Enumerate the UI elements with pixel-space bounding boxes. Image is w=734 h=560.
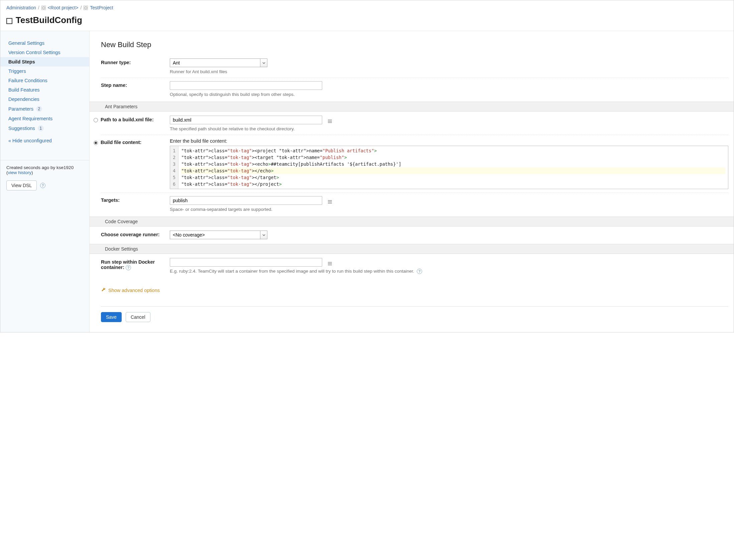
section-docker-settings: Docker Settings [90,244,734,254]
radio-path-to-buildxml[interactable] [94,118,98,122]
step-name-input[interactable] [170,81,322,90]
svg-rect-7 [86,8,88,10]
targets-hint: Space- or comma-separated targets are su… [170,207,728,212]
badge-count: 1 [38,125,44,131]
path-to-buildxml-hint: The specified path should be relative to… [170,126,728,131]
badge-count: 2 [36,106,42,112]
help-icon[interactable]: ? [40,183,45,188]
svg-rect-0 [41,6,43,7]
breadcrumb-test-project[interactable]: TestProject [90,5,113,10]
sidebar-item-parameters[interactable]: Parameters2 [0,104,89,114]
targets-label: Targets: [101,196,165,203]
svg-rect-14 [328,262,332,263]
view-history-link[interactable]: view history [8,170,32,175]
docker-container-hint: E.g. ruby:2.4. TeamCity will start a con… [170,269,728,274]
runner-type-select[interactable] [170,58,260,67]
wrench-icon [101,287,106,293]
build-file-content-intro: Enter the build file content: [170,138,728,144]
created-info: Created seconds ago by kse1920 (view his… [0,165,89,175]
breadcrumb-administration[interactable]: Administration [6,5,36,10]
sidebar-item-suggestions[interactable]: Suggestions1 [0,123,89,133]
sidebar-item-build-steps[interactable]: Build Steps [0,57,89,66]
list-icon[interactable] [328,261,332,266]
collapse-icon[interactable] [6,18,12,24]
radio-build-file-content[interactable] [94,141,98,145]
sidebar-item-dependencies[interactable]: Dependencies [0,95,89,104]
path-to-buildxml-input[interactable] [170,116,322,124]
project-icon [84,6,88,10]
svg-rect-10 [328,122,332,123]
svg-rect-5 [86,6,88,7]
svg-rect-6 [84,8,85,10]
view-dsl-button[interactable]: View DSL [6,180,37,190]
step-name-hint: Optional, specify to distinguish this bu… [170,92,728,97]
help-icon[interactable]: ? [417,269,422,274]
targets-input[interactable] [170,196,322,205]
sidebar-item-general-settings[interactable]: General Settings [0,38,89,48]
svg-rect-11 [328,200,332,201]
section-code-coverage: Code Coverage [90,217,734,227]
svg-rect-2 [41,8,43,10]
svg-rect-15 [328,263,332,264]
coverage-runner-select[interactable] [170,231,260,239]
save-button[interactable]: Save [101,312,122,322]
svg-rect-12 [328,201,332,202]
dropdown-toggle-icon[interactable] [260,231,267,239]
runner-type-hint: Runner for Ant build.xml files [170,69,728,74]
list-icon[interactable] [328,119,332,124]
section-ant-parameters: Ant Parameters [90,102,734,112]
dropdown-toggle-icon[interactable] [260,58,267,67]
build-file-content-editor[interactable]: 1 2 3 4 5 6 "tok-attr">class="tok-tag"><… [170,146,728,189]
breadcrumb-root-project[interactable]: <Root project> [48,5,79,10]
svg-rect-3 [44,8,46,10]
svg-rect-16 [328,265,332,265]
sidebar: General Settings Version Control Setting… [0,31,90,332]
cancel-button[interactable]: Cancel [126,312,150,322]
step-name-label: Step name: [101,81,165,88]
help-icon[interactable]: ? [126,265,131,270]
svg-rect-4 [84,6,85,7]
build-file-content-label: Build file content: [101,140,141,145]
project-icon [41,6,46,10]
svg-rect-9 [328,121,332,122]
form-heading: New Build Step [101,40,728,49]
svg-rect-8 [328,120,332,120]
sidebar-item-triggers[interactable]: Triggers [0,66,89,76]
sidebar-item-failure-conditions[interactable]: Failure Conditions [0,76,89,85]
sidebar-item-build-features[interactable]: Build Features [0,85,89,95]
main-content: New Build Step Runner type: Runner for A… [90,31,734,332]
sidebar-item-vcs-settings[interactable]: Version Control Settings [0,48,89,57]
list-icon[interactable] [328,199,332,204]
coverage-runner-label: Choose coverage runner: [101,231,165,237]
svg-rect-13 [328,203,332,203]
code-gutter: 1 2 3 4 5 6 [170,146,178,189]
hide-unconfigured-link[interactable]: « Hide unconfigured [0,133,89,143]
svg-rect-1 [44,6,46,7]
page-title: TestBuildConfig [6,15,728,25]
docker-container-input[interactable] [170,258,322,267]
show-advanced-options-link[interactable]: Show advanced options [101,287,728,293]
path-to-buildxml-label: Path to a build.xml file: [101,117,154,122]
breadcrumb: Administration / <Root project> / TestPr… [6,5,728,10]
runner-type-label: Runner type: [101,58,165,65]
sidebar-item-agent-requirements[interactable]: Agent Requirements [0,114,89,123]
